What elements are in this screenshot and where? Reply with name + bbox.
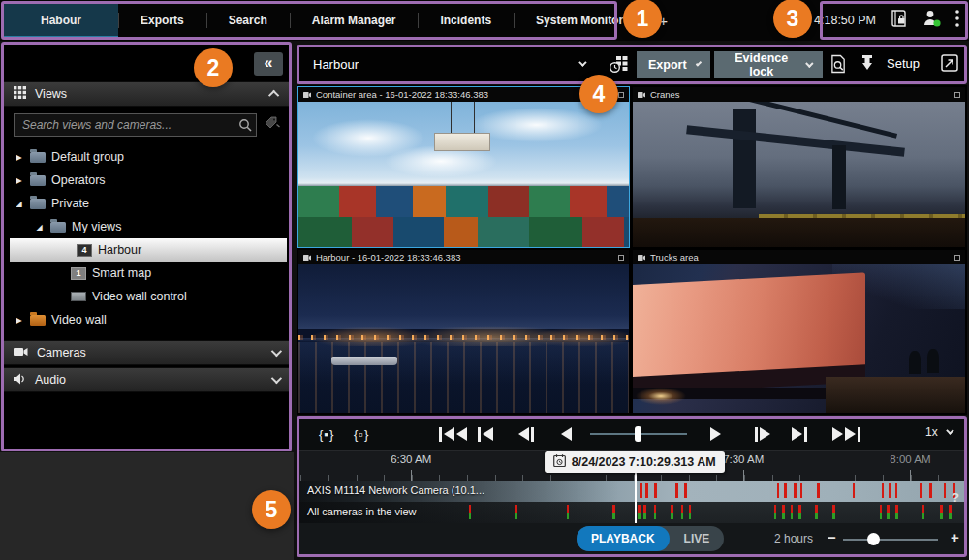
evidence-lock-button[interactable]: Evidence lock <box>714 51 823 78</box>
tab-search[interactable]: Search <box>206 3 290 38</box>
camera-timeline-track[interactable]: AXIS M1114 Network Camera (10.1... <box>299 481 964 502</box>
timeline-help-button[interactable]: ? <box>952 490 959 505</box>
previous-frame-icon[interactable] <box>518 424 534 444</box>
camera-pane-trucks-area[interactable]: Trucks area <box>633 250 965 413</box>
pane-menu-icon[interactable] <box>954 255 960 261</box>
tree-item-my-views[interactable]: ◢My views <box>4 215 289 238</box>
playback-speed-selector[interactable]: 1x <box>925 425 952 439</box>
recording-mark <box>689 505 692 519</box>
tree-item-harbour[interactable]: 4Harbour <box>10 238 287 262</box>
zoom-in-button[interactable]: + <box>951 529 959 545</box>
tab-system-monitor[interactable]: System Monitor <box>514 3 645 38</box>
tab-alarm-manager[interactable]: Alarm Manager <box>290 3 419 38</box>
shuttle-handle[interactable] <box>635 426 641 442</box>
icon-part <box>792 427 802 441</box>
camera-grid: Container area - 16-01-2022 18:33:46.383… <box>297 85 967 415</box>
user-profile-icon[interactable] <box>922 9 942 32</box>
video-wall-control-icon <box>71 292 86 301</box>
camera-pane-cranes[interactable]: Cranes <box>633 87 965 247</box>
tree-item-video-wall-control[interactable]: Video wall control <box>4 285 289 308</box>
tree-item-video-wall[interactable]: ▶Video wall <box>4 308 289 331</box>
view-layout-badge: 4 <box>77 244 92 257</box>
search-row <box>14 112 281 138</box>
tree-item-operators[interactable]: ▶Operators <box>4 169 289 192</box>
setup-button[interactable]: Setup <box>887 56 920 71</box>
live-mode-button[interactable]: LIVE <box>670 526 725 551</box>
previous-sequence-icon[interactable] <box>478 424 493 444</box>
pane-menu-icon[interactable] <box>618 255 624 261</box>
tree-item-label: Default group <box>51 150 124 164</box>
folder-icon <box>30 175 46 186</box>
search-views-input[interactable] <box>14 113 257 137</box>
expanded-arrow-icon[interactable]: ◢ <box>14 200 24 208</box>
timeline-zoom-slider[interactable] <box>843 535 938 544</box>
collapsed-arrow-icon[interactable]: ▶ <box>14 316 24 325</box>
view-selector-value: Harbour <box>313 57 359 72</box>
time-selection-start-icon[interactable]: {▪} <box>319 424 334 444</box>
chevron-down-icon <box>578 58 586 66</box>
camera-video-cranes[interactable] <box>633 102 965 247</box>
camera-video-container-area[interactable] <box>298 102 629 247</box>
tab-exports[interactable]: Exports <box>118 3 206 38</box>
expanded-arrow-icon[interactable]: ◢ <box>34 223 45 232</box>
recording-mark <box>800 483 803 498</box>
export-button[interactable]: Export <box>637 51 710 78</box>
tags-filter-icon[interactable] <box>265 116 281 134</box>
next-sequence-icon[interactable] <box>792 424 807 444</box>
all-cameras-timeline-track[interactable]: All cameras in the view <box>299 502 964 523</box>
tree-item-default-group[interactable]: ▶Default group <box>4 145 289 169</box>
audio-section-header[interactable]: Audio <box>4 367 289 392</box>
view-layout-clock-icon[interactable] <box>610 54 629 74</box>
system-cluster: 4:18:50 PM <box>814 3 959 38</box>
playback-shuttle-slider[interactable] <box>590 426 687 442</box>
camera-video-trucks-area[interactable] <box>633 264 965 413</box>
views-section-header[interactable]: Views <box>4 81 289 107</box>
evidence-lock-list-icon[interactable] <box>890 9 909 32</box>
ruler-time-label: 8:00 AM <box>890 453 930 465</box>
zoom-slider-handle[interactable] <box>867 533 880 545</box>
menu-kebab-icon[interactable] <box>955 10 959 31</box>
tab-habour[interactable]: Habour <box>4 3 118 38</box>
camera-pane-container-area[interactable]: Container area - 16-01-2022 18:33:46.383 <box>298 87 629 247</box>
zoom-out-button[interactable]: − <box>828 529 836 545</box>
tree-item-private[interactable]: ◢Private <box>4 192 289 215</box>
scene-hanging-container <box>434 133 490 152</box>
collapsed-arrow-icon[interactable]: ▶ <box>14 153 24 162</box>
view-selector-dropdown[interactable]: Harbour <box>303 49 594 78</box>
playback-mode-button[interactable]: PLAYBACK <box>577 526 670 551</box>
tree-item-smart-map[interactable]: 1Smart map <box>4 262 289 285</box>
pane-menu-icon[interactable] <box>618 92 624 98</box>
playhead-line[interactable] <box>635 473 637 523</box>
collapsed-arrow-icon[interactable]: ▶ <box>14 176 24 185</box>
collapse-sidebar-button[interactable]: « <box>254 52 283 76</box>
pane-menu-icon[interactable] <box>954 92 960 98</box>
add-tab-button[interactable]: + <box>645 3 681 38</box>
recording-mark <box>832 505 835 519</box>
scene-crane-cable <box>451 102 452 136</box>
recording-mark <box>944 483 947 498</box>
retrieve-download-icon[interactable] <box>860 54 875 72</box>
icon-part <box>561 427 572 441</box>
play-forward-icon[interactable] <box>710 424 721 444</box>
play-backward-icon[interactable] <box>561 424 572 444</box>
scene-person <box>909 351 921 374</box>
recording-mark <box>681 505 684 519</box>
camera-pane-harbour[interactable]: Harbour - 16-01-2022 18:33:46.383 <box>298 250 629 413</box>
skip-to-start-icon[interactable] <box>439 424 467 444</box>
recording-mark <box>882 483 885 498</box>
pane-title-label: Trucks area <box>650 252 699 263</box>
skip-to-end-icon[interactable] <box>832 424 860 444</box>
scene-boat <box>331 357 397 365</box>
cameras-section-header[interactable]: Cameras <box>4 340 289 365</box>
next-frame-icon[interactable] <box>755 424 770 444</box>
recording-mark <box>794 483 797 498</box>
fullscreen-icon[interactable] <box>941 54 958 72</box>
timeline-bottom-bar: PLAYBACK LIVE 2 hours − + <box>299 523 964 554</box>
application-window: HabourExportsSearchAlarm ManagerIncident… <box>0 0 969 560</box>
camera-video-harbour[interactable] <box>298 264 629 413</box>
tab-incidents[interactable]: Incidents <box>418 3 514 38</box>
tree-item-label: Video wall control <box>92 290 187 303</box>
folder-icon <box>30 199 46 209</box>
document-search-icon[interactable] <box>830 54 847 74</box>
time-selection-end-icon[interactable]: {▫} <box>354 424 369 444</box>
